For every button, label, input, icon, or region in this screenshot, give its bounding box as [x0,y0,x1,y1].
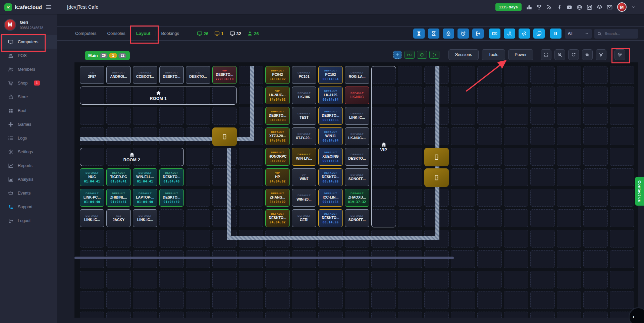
add-area-button[interactable] [393,51,401,59]
zoom-out-button[interactable] [554,49,565,60]
computer-cell[interactable]: DEFAULTDESKTO...00:14:55 [318,209,343,227]
account-avatar[interactable]: M [617,2,627,12]
cash-button[interactable] [489,29,500,39]
computer-cell[interactable]: DEFAULTLINK-IC... [80,209,104,227]
computer-cell[interactable]: DEFAULTLAPTOP-...01:04:40 [133,189,157,207]
computer-cell[interactable]: DEFAULTNUC01:04:41 [80,168,104,186]
computer-cell[interactable]: DEFAULTZHANG...54:04:02 [265,189,290,207]
tab-computers[interactable]: Computers [70,27,102,40]
computer-cell[interactable]: DEFAULTZHIBINL...01:04:41 [106,189,131,207]
rss-icon[interactable] [546,4,552,10]
computer-cell[interactable]: DEFAULTPC04254:04:02 [265,66,290,84]
computer-cell[interactable]: DEFAULTDESKTO...00:14:55 [318,107,343,125]
computer-cell[interactable]: DEFAULTXUEQING00:14:54 [318,148,343,166]
chevron-down-icon[interactable] [631,5,635,9]
icafe-logo-icon[interactable] [587,4,592,10]
computer-cell[interactable]: DEFAULTDESKTO...54:04:03 [265,107,290,125]
computer-cell[interactable]: DEFAULTLINK-PC...01:04:40 [80,189,104,207]
cash-button[interactable] [405,51,415,59]
sidebar-item-reports[interactable]: Reports [0,159,57,172]
search-input[interactable] [604,31,634,36]
computer-cell[interactable]: DEFAULTLK-NUC [345,87,369,104]
tab-bookings[interactable]: Bookings [156,27,184,40]
computer-cell[interactable]: DEFAULTGERI [292,209,316,227]
computer-cell[interactable]: DEFAULTSONOFF... [345,168,369,186]
hamburger-menu-icon[interactable] [45,4,52,10]
computer-cell[interactable]: DEFAULTPC101 [292,66,316,84]
computer-cell[interactable]: DEFAULTZHAOXU...819:37:32 [345,189,369,207]
computer-cell[interactable]: DEFAULTTEST [292,107,316,125]
globe-icon[interactable] [577,4,582,10]
computer-cell[interactable]: DEFAULTDESKTO...01:04:40 [159,189,184,207]
hourglass-button[interactable] [428,29,439,39]
computer-cell[interactable]: DEFAULTWIN-ELL...01:04:41 [133,168,157,186]
computer-cell[interactable]: DEFAULTICC-LIN...00:14:54 [318,189,343,207]
zoom-in-button[interactable] [582,49,593,60]
sidebar-item-members[interactable]: Members [0,62,57,76]
computer-cell[interactable]: VIPHP54:04:02 [265,168,290,186]
computer-cell[interactable]: DEFAULTWIN-LIV... [292,148,316,166]
computer-cell[interactable]: DEFAULTHONORPC54:04:02 [265,148,290,166]
tools-button[interactable]: Tools [482,49,505,60]
computer-cell[interactable]: DEFAULTLINK-IC... [345,107,369,125]
refresh-button[interactable] [568,49,579,60]
funnel-button[interactable] [596,49,606,60]
floor-layout-canvas[interactable]: ROOM 1ROOM 2VIPA112F87DEFAULTANDROI...DE… [74,62,638,318]
computer-cell[interactable]: DEFAULTDESKTO...54:04:02 [265,209,290,227]
layers-icon[interactable] [597,4,602,10]
computer-cell[interactable]: DEFAULTANDROI... [106,66,131,84]
search-box[interactable] [594,29,638,39]
sidebar-item-analysis[interactable]: Analysis [0,172,57,186]
ranking-icon[interactable] [526,4,532,10]
youtube-icon[interactable] [567,4,572,10]
computer-cell[interactable]: DEFAULTTIGER-PC01:04:41 [106,168,131,186]
computer-cell[interactable]: DEFAULTWIN-20... [292,189,316,207]
sidebar-item-boot[interactable]: Boot [0,104,57,117]
sidebar-item-pos[interactable]: POS [0,49,57,62]
sidebar-item-computers[interactable]: Computers [0,35,57,49]
hourglass-filled-button[interactable] [413,29,425,39]
computer-cell[interactable]: DEFAULTCCBOOT... [133,66,157,84]
pause-button[interactable] [550,29,561,39]
sidebar-item-events[interactable]: Events [0,186,57,200]
computer-cell[interactable]: DEFAULTROG-LA... [345,66,369,84]
sign-out-button[interactable] [429,51,439,59]
contact-us-button[interactable]: Contact us [635,177,644,206]
computer-cell[interactable]: DEFAULTLK-NUC-... [345,127,369,145]
tab-consoles[interactable]: Consoles [102,27,131,40]
expand-button[interactable] [541,49,551,60]
computer-cell[interactable]: A112F87 [80,66,104,84]
status-filter-select[interactable]: All [565,29,592,39]
images-button[interactable] [533,29,545,39]
computer-cell[interactable]: A11JACKY [106,209,131,227]
computer-cell[interactable]: DEFAULTDESKTO... [159,66,184,84]
mail-icon[interactable] [607,4,612,10]
computer-cell[interactable]: VIPLK-NUC-...54:04:02 [265,87,290,104]
facebook-icon[interactable] [556,4,562,10]
power-button[interactable]: Power [508,49,533,60]
computer-cell[interactable]: DEFAULTDESKTO...00:14:55 [318,168,343,186]
lock-button[interactable] [443,29,454,39]
settings-button[interactable] [614,49,625,60]
sessions-button[interactable]: Sessions [448,49,479,60]
sidebar-item-settings[interactable]: Settings [0,145,57,159]
sidebar-item-support[interactable]: Support [0,200,57,214]
horizontal-scrollbar[interactable] [74,257,454,259]
sidebar-item-logout[interactable]: Logout [0,214,57,227]
sidebar-item-logs[interactable]: Logs [0,131,57,145]
tab-layout[interactable]: Layout [131,27,156,40]
alarm-clock-button[interactable] [458,29,469,39]
area-tab-main[interactable]: Main 26122 [85,51,130,60]
computer-cell[interactable]: VIPWIN7 [292,168,316,186]
computer-cell[interactable]: DEFAULTLK-106 [292,87,316,104]
computer-cell[interactable]: A11DESKTO... [186,66,210,84]
sidebar-item-store[interactable]: Store [0,90,57,104]
days-remaining-badge[interactable]: 1115 days [495,3,522,11]
trophy-icon[interactable] [536,4,542,10]
clock-button[interactable] [417,51,427,59]
computer-cell[interactable]: DEFAULTSONOFF... [345,209,369,227]
sidebar-item-shop[interactable]: Shop1 [0,76,57,90]
sidebar-item-games[interactable]: Games [0,117,57,131]
computer-cell[interactable]: DEFAULTXTZJ-20...54:04:02 [265,127,290,145]
computer-cell[interactable]: DEFAULTLINK-IC... [133,209,157,227]
